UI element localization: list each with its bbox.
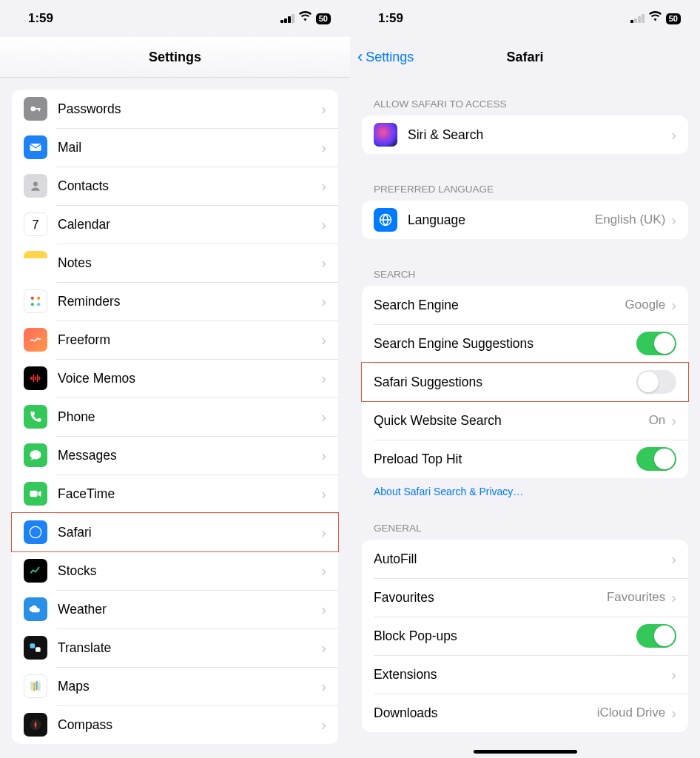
- facetime-icon: [24, 482, 47, 506]
- svg-rect-2: [38, 108, 40, 111]
- cellular-signal-icon: [280, 14, 295, 23]
- back-button[interactable]: ‹ Settings: [357, 37, 414, 78]
- settings-row-safari[interactable]: Safari›: [12, 513, 338, 551]
- search-privacy-link[interactable]: About Safari Search & Privacy…: [350, 486, 700, 517]
- wifi-icon: [649, 10, 662, 27]
- siri-search-row[interactable]: Siri & Search ›: [362, 115, 688, 154]
- svg-rect-9: [30, 491, 38, 497]
- settings-row-translate[interactable]: Translate›: [12, 628, 338, 667]
- notes-icon: [24, 251, 47, 275]
- nav-header: ‹ Settings Safari: [350, 37, 700, 78]
- svg-rect-3: [30, 144, 41, 151]
- extensions-label: Extensions: [374, 667, 671, 682]
- section-header-language: PREFERRED LANGUAGE: [350, 178, 700, 201]
- quick-website-search-value: On: [649, 413, 666, 428]
- settings-row-facetime[interactable]: FaceTime›: [12, 474, 338, 513]
- mail-icon: [24, 135, 47, 159]
- settings-row-messages[interactable]: Messages›: [12, 436, 338, 474]
- section-header-general: GENERAL: [350, 517, 700, 540]
- search-engine-value: Google: [625, 298, 666, 312]
- block-popups-row[interactable]: Block Pop-ups: [362, 617, 688, 655]
- safari-suggestions-row[interactable]: Safari Suggestions: [362, 363, 688, 401]
- chevron-right-icon: ›: [671, 705, 676, 722]
- settings-row-stocks[interactable]: Stocks›: [12, 551, 338, 590]
- preload-top-hit-label: Preload Top Hit: [374, 452, 636, 467]
- settings-row-label: Contacts: [58, 178, 321, 194]
- extensions-row[interactable]: Extensions ›: [362, 655, 688, 694]
- safari-settings-screen: 1:59 50 ‹ Settings Safari ALLOW SAFARI T…: [350, 0, 700, 758]
- settings-row-reminders[interactable]: Reminders›: [12, 282, 338, 321]
- preload-top-hit-row[interactable]: Preload Top Hit: [362, 440, 688, 478]
- settings-row-label: Safari: [58, 525, 321, 540]
- nav-header: Settings: [0, 37, 350, 78]
- quick-website-search-row[interactable]: Quick Website Search On ›: [362, 401, 688, 440]
- voicememos-icon: [24, 366, 47, 390]
- settings-row-mail[interactable]: Mail›: [12, 128, 338, 167]
- settings-row-label: Translate: [58, 640, 321, 656]
- safari-suggestions-toggle[interactable]: [636, 370, 676, 394]
- chevron-right-icon: ›: [321, 717, 326, 734]
- status-bar: 1:59 50: [0, 0, 350, 37]
- autofill-label: AutoFill: [374, 551, 671, 567]
- chevron-right-icon: ›: [321, 293, 326, 310]
- svg-point-5: [31, 297, 34, 300]
- settings-row-voicememos[interactable]: Voice Memos›: [12, 359, 338, 398]
- status-time: 1:59: [28, 11, 53, 26]
- settings-row-passwords[interactable]: Passwords›: [12, 90, 338, 128]
- access-group: Siri & Search ›: [362, 115, 688, 154]
- settings-row-label: Phone: [58, 409, 321, 425]
- status-bar: 1:59 50: [350, 0, 700, 37]
- status-time: 1:59: [378, 11, 403, 26]
- stocks-icon: [24, 559, 47, 583]
- preload-top-hit-toggle[interactable]: [636, 447, 676, 471]
- settings-row-label: Voice Memos: [58, 371, 321, 386]
- back-label: Settings: [366, 50, 414, 65]
- chevron-right-icon: ›: [671, 412, 676, 429]
- settings-row-maps[interactable]: Maps›: [12, 667, 338, 705]
- favourites-value: Favourites: [607, 590, 665, 605]
- reminders-icon: [24, 289, 47, 313]
- chevron-right-icon: ›: [671, 589, 676, 606]
- language-label: Language: [408, 212, 595, 228]
- search-engine-suggestions-row[interactable]: Search Engine Suggestions: [362, 324, 688, 363]
- svg-point-7: [31, 303, 34, 306]
- svg-point-8: [37, 303, 40, 306]
- chevron-right-icon: ›: [321, 409, 326, 426]
- settings-row-notes[interactable]: Notes›: [12, 244, 338, 282]
- settings-row-phone[interactable]: Phone›: [12, 398, 338, 436]
- settings-row-contacts[interactable]: Contacts›: [12, 167, 338, 205]
- cellular-signal-icon: [630, 14, 645, 23]
- language-value: English (UK): [595, 212, 665, 227]
- chevron-right-icon: ›: [321, 178, 326, 195]
- favourites-label: Favourites: [374, 590, 607, 606]
- contacts-icon: [24, 174, 47, 198]
- language-row[interactable]: Language English (UK) ›: [362, 201, 688, 239]
- settings-row-compass[interactable]: Compass›: [12, 705, 338, 744]
- settings-row-calendar[interactable]: 7Calendar›: [12, 205, 338, 244]
- globe-icon: [374, 208, 397, 232]
- siri-search-label: Siri & Search: [408, 127, 671, 143]
- chevron-right-icon: ›: [671, 212, 676, 229]
- settings-row-freeform[interactable]: Freeform›: [12, 321, 338, 359]
- chevron-right-icon: ›: [321, 601, 326, 618]
- search-engine-row[interactable]: Search Engine Google ›: [362, 286, 688, 324]
- battery-indicator: 50: [666, 13, 681, 24]
- settings-row-label: Passwords: [58, 101, 321, 117]
- block-popups-toggle[interactable]: [636, 624, 676, 648]
- block-popups-label: Block Pop-ups: [374, 628, 636, 644]
- safari-settings-list[interactable]: ALLOW SAFARI TO ACCESS Siri & Search › P…: [350, 78, 700, 758]
- page-title: Settings: [149, 50, 201, 65]
- settings-row-label: Messages: [58, 448, 321, 463]
- chevron-right-icon: ›: [321, 447, 326, 464]
- settings-list[interactable]: Passwords›Mail›Contacts›7Calendar›Notes›…: [0, 90, 350, 758]
- settings-row-weather[interactable]: Weather›: [12, 590, 338, 628]
- favourites-row[interactable]: Favourites Favourites ›: [362, 578, 688, 617]
- status-indicators: 50: [630, 10, 681, 27]
- downloads-label: Downloads: [374, 705, 597, 721]
- autofill-row[interactable]: AutoFill ›: [362, 540, 688, 578]
- search-engine-label: Search Engine: [374, 298, 625, 313]
- chevron-right-icon: ›: [671, 666, 676, 683]
- home-indicator[interactable]: [474, 750, 577, 754]
- downloads-row[interactable]: Downloads iCloud Drive ›: [362, 694, 688, 732]
- search-engine-suggestions-toggle[interactable]: [636, 332, 676, 355]
